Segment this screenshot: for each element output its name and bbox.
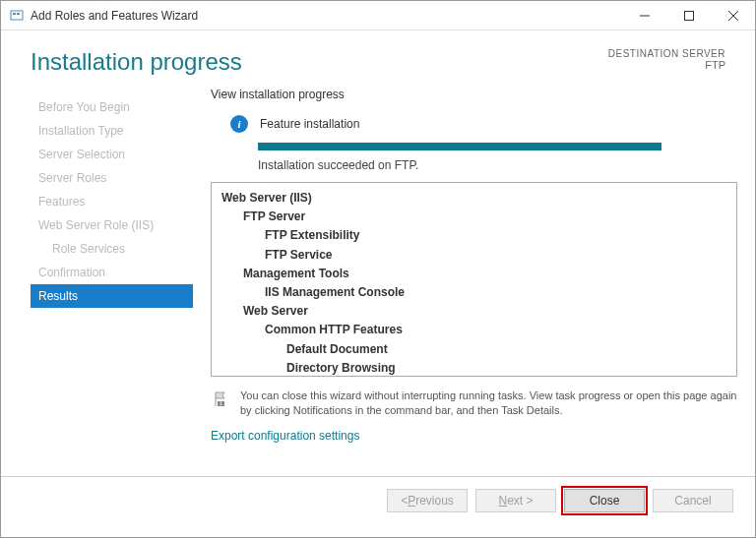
sidebar-item-installation-type: Installation Type xyxy=(31,119,193,143)
svg-rect-2 xyxy=(17,13,20,15)
tree-item: FTP Service xyxy=(265,246,726,265)
footer: < Previous Next > Close Cancel xyxy=(1,476,755,524)
header: Installation progress DESTINATION SERVER… xyxy=(1,30,755,88)
svg-text:1: 1 xyxy=(220,400,222,406)
info-icon: i xyxy=(230,115,248,133)
destination-name: FTP xyxy=(608,59,725,71)
sidebar: Before You BeginInstallation TypeServer … xyxy=(31,88,193,476)
sidebar-item-confirmation: Confirmation xyxy=(31,261,193,284)
svg-rect-4 xyxy=(684,11,693,20)
sidebar-item-features: Features xyxy=(31,190,193,213)
tree-item: Default Document xyxy=(286,340,726,359)
previous-button: < Previous xyxy=(387,489,468,512)
section-label: View installation progress xyxy=(211,88,737,101)
tree-item: IIS Management Console xyxy=(265,283,726,302)
main-panel: View installation progress i Feature ins… xyxy=(193,88,737,476)
hint-row: 1 You can close this wizard without inte… xyxy=(211,389,737,419)
sidebar-item-server-selection: Server Selection xyxy=(31,143,193,166)
window-title: Add Roles and Features Wizard xyxy=(31,9,622,23)
next-button: Next > xyxy=(475,489,556,512)
maximize-button[interactable] xyxy=(666,1,711,30)
tree-item: FTP Extensibility xyxy=(265,226,726,245)
tree-item: Common HTTP Features xyxy=(265,321,726,339)
status-row: i Feature installation xyxy=(230,115,737,133)
tree-item: Directory Browsing xyxy=(286,359,726,377)
tree-item: Management Tools xyxy=(243,265,726,283)
status-text: Feature installation xyxy=(260,117,359,131)
sidebar-item-before-you-begin: Before You Begin xyxy=(31,95,193,119)
sidebar-item-server-roles: Server Roles xyxy=(31,166,193,190)
progress-bar xyxy=(258,143,662,150)
body: Before You BeginInstallation TypeServer … xyxy=(1,88,755,476)
tree-item: FTP Server xyxy=(243,208,726,226)
window-controls xyxy=(622,1,755,30)
sidebar-item-role-services: Role Services xyxy=(31,237,193,261)
destination-label: DESTINATION SERVER xyxy=(608,48,725,59)
titlebar: Add Roles and Features Wizard xyxy=(1,1,755,30)
sidebar-item-results: Results xyxy=(31,284,193,308)
sidebar-item-web-server-role-iis-: Web Server Role (IIS) xyxy=(31,213,193,237)
page-title: Installation progress xyxy=(31,48,242,76)
svg-rect-1 xyxy=(13,13,16,15)
close-window-button[interactable] xyxy=(711,1,755,30)
results-tree[interactable]: Web Server (IIS)FTP ServerFTP Extensibil… xyxy=(211,182,737,377)
svg-rect-0 xyxy=(11,11,23,20)
tree-item: Web Server (IIS) xyxy=(221,189,726,208)
hint-text: You can close this wizard without interr… xyxy=(240,389,737,419)
app-icon xyxy=(9,8,25,24)
export-link[interactable]: Export configuration settings xyxy=(211,429,737,443)
close-button[interactable]: Close xyxy=(564,489,645,512)
flag-icon: 1 xyxy=(211,389,230,409)
destination-server-box: DESTINATION SERVER FTP xyxy=(608,48,725,71)
minimize-button[interactable] xyxy=(622,1,666,30)
tree-item: Web Server xyxy=(243,302,726,321)
progress-message: Installation succeeded on FTP. xyxy=(258,158,737,172)
cancel-button: Cancel xyxy=(653,489,733,512)
